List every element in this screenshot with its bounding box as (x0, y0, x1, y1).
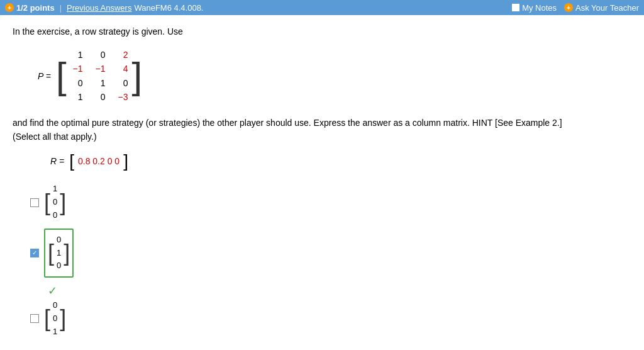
previous-answers-link[interactable]: Previous Answers (67, 3, 131, 13)
my-notes-label: My Notes (522, 3, 557, 13)
description: and find the optimal pure strategy (or s… (13, 116, 631, 144)
col-right-bracket-1: ] (60, 191, 66, 214)
points-text: 1/2 points (16, 3, 55, 13)
wanem-text: WaneFM6 4.4.008. (134, 3, 203, 13)
ask-teacher-button[interactable]: + Ask Your Teacher (564, 3, 639, 13)
p-r4c1: 1 (70, 90, 83, 104)
checkbox-3[interactable] (30, 314, 39, 323)
checkbox-1[interactable] (30, 198, 39, 207)
ask-plus-icon: + (564, 3, 573, 12)
matrix-p-label: P = (38, 71, 51, 81)
col-left-bracket-3: [ (44, 307, 50, 330)
p-r1c3: 2 (116, 48, 128, 62)
p-r2c1: −1 (70, 62, 83, 76)
col-left-bracket-1: [ (44, 191, 50, 214)
p-r4c2: 0 (93, 90, 106, 104)
matrix-row-2: −1 −1 4 (70, 62, 128, 76)
r-matrix-container: R = [ 0.8 0.2 0 0 ] (50, 152, 631, 170)
col-matrix-3: [ 0 0 1 ] (44, 298, 66, 339)
intro-text: In the exercise, a row strategy is given… (13, 26, 631, 37)
desc-line1: and find the optimal pure strategy (or s… (13, 116, 631, 130)
c1r2: 0 (53, 196, 57, 209)
checkbox-area-3 (25, 314, 44, 323)
p-r2c3: 4 (116, 62, 128, 76)
col-right-bracket-2: ] (64, 242, 70, 264)
c2r1: 0 (57, 234, 61, 247)
checkbox-area-1 (25, 198, 44, 207)
c1r1: 1 (53, 183, 57, 196)
matrix-p-content: 1 0 2 −1 −1 4 0 1 0 1 0 −3 (67, 47, 132, 106)
p-r4c3: −3 (116, 90, 128, 104)
matrix-row-3: 0 1 0 (70, 76, 128, 90)
right-section: My Notes + Ask Your Teacher (512, 3, 639, 13)
matrix-row-4: 1 0 −3 (70, 90, 128, 104)
answer-options: [ 1 0 0 ] ✓ [ 0 1 (25, 181, 631, 344)
col-matrix-1: [ 1 0 0 ] (44, 181, 66, 223)
desc-line2: (Select all that apply.) (13, 130, 631, 144)
col-matrix-2: [ 0 1 0 ] (48, 232, 70, 274)
r-left-bracket: [ (69, 152, 74, 170)
matrix-row-1: 1 0 2 (70, 48, 128, 62)
top-bar: + 1/2 points | Previous Answers WaneFM6 … (0, 0, 644, 15)
points-section: + 1/2 points | Previous Answers WaneFM6 … (5, 3, 512, 13)
matrix-p-left-bracket: [ (56, 57, 67, 95)
notes-checkbox[interactable] (512, 4, 519, 11)
matrix-p-container: P = [ 1 0 2 −1 −1 4 0 1 0 1 0 −3 (38, 47, 631, 106)
r-label: R = (50, 156, 64, 166)
p-r3c3: 0 (116, 76, 128, 90)
selected-box: [ 0 1 0 ] (44, 229, 74, 278)
p-r2c2: −1 (93, 62, 106, 76)
answer-row-1: [ 1 0 0 ] (25, 181, 631, 223)
separator: | (60, 3, 62, 13)
answer-row-2: ✓ [ 0 1 0 ] (25, 229, 631, 278)
check-mark-2: ✓ (32, 249, 37, 256)
col-content-2: 0 1 0 (54, 232, 64, 274)
ask-teacher-label: Ask Your Teacher (575, 3, 639, 13)
p-r1c2: 0 (93, 48, 106, 62)
checkbox-2[interactable]: ✓ (30, 249, 39, 257)
c2r2: 1 (57, 247, 61, 260)
c3r3: 1 (53, 325, 57, 339)
c1r3: 0 (53, 209, 57, 222)
col-right-bracket-3: ] (60, 307, 66, 330)
r-values: 0.8 0.2 0 0 (74, 155, 123, 167)
c3r2: 0 (53, 312, 57, 325)
my-notes-button[interactable]: My Notes (512, 3, 557, 13)
green-check: ✓ (48, 284, 631, 298)
matrix-p-right-bracket: ] (132, 57, 143, 95)
p-r3c1: 0 (70, 76, 83, 90)
col-content-3: 0 0 1 (50, 298, 60, 339)
p-r1c1: 1 (70, 48, 83, 62)
plus-icon: + (5, 3, 14, 12)
c2r3: 0 (57, 259, 61, 273)
main-content: In the exercise, a row strategy is given… (0, 15, 644, 350)
answer-row-3: [ 0 0 1 ] (25, 298, 631, 339)
r-right-bracket: ] (123, 152, 128, 170)
col-content-1: 1 0 0 (50, 181, 60, 223)
checkbox-area-2: ✓ (25, 249, 44, 257)
col-left-bracket-2: [ (48, 242, 54, 264)
c3r1: 0 (53, 299, 57, 312)
p-r3c2: 1 (93, 76, 106, 90)
